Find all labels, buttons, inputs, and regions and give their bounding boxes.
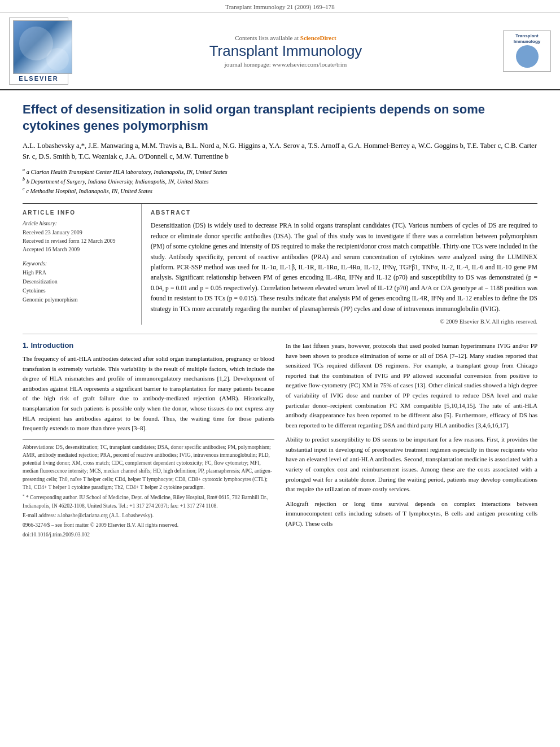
footnotes-section: Abbreviations: DS, desensitization; TC, …: [23, 439, 274, 539]
section1-right-para2: Ability to predict susceptibility to DS …: [286, 435, 537, 495]
revised-date: Received in revised form 12 March 2009: [23, 237, 130, 245]
contents-line: Contents lists available at ScienceDirec…: [71, 34, 500, 41]
affiliation-c: c c Methodist Hospital, Indianapolis, IN…: [23, 186, 537, 195]
history-label: Article history:: [23, 220, 130, 226]
elsevier-box: ELSEVIER: [9, 18, 68, 85]
footnote-3: E-mail address: a.lobashe@clariana.org (…: [23, 512, 274, 519]
keyword-2: Desensitization: [23, 277, 130, 286]
elsevier-logo-area: ELSEVIER: [9, 18, 71, 85]
ti-logo-box: Transplant Immunology: [503, 30, 551, 72]
footnote-4: 0966-3274/$ – see front matter © 2009 El…: [23, 521, 274, 529]
article-history: Article history: Received 23 January 200…: [23, 220, 130, 254]
elsevier-image: [13, 20, 72, 74]
journal-header: Transplant Immunology 21 (2009) 169–178: [0, 0, 560, 13]
body-section: 1. Introduction The frequency of anti-HL…: [23, 334, 537, 541]
journal-name: Transplant Immunology: [71, 42, 500, 60]
section1-right-para1: In the last fifteen years, however, prot…: [286, 341, 537, 430]
keywords-section: Keywords: High PRA Desensitization Cytok…: [23, 260, 130, 304]
affiliations: a a Clarion Health Transplant Center HLA…: [23, 167, 537, 196]
header-center: Contents lists available at ScienceDirec…: [71, 34, 500, 68]
keyword-1: High PRA: [23, 268, 130, 277]
body-right-col: In the last fifteen years, however, prot…: [286, 341, 537, 541]
section1-heading: 1. Introduction: [23, 341, 274, 350]
contents-label: Contents lists available at: [235, 34, 299, 41]
keyword-4: Genomic polymorphism: [23, 295, 130, 304]
journal-citation: Transplant Immunology 21 (2009) 169–178: [225, 3, 334, 10]
main-header: ELSEVIER Contents lists available at Sci…: [0, 13, 560, 90]
abstract-heading: ABSTRACT: [151, 209, 537, 216]
authors: A.L. Lobashevsky a,*, J.E. Manwaring a, …: [23, 141, 537, 162]
authors-text: A.L. Lobashevsky a,*, J.E. Manwaring a, …: [23, 142, 537, 160]
keyword-3: Cytokines: [23, 286, 130, 295]
keywords-label: Keywords:: [23, 260, 130, 267]
abstract-text: Desensitization (DS) is widely used to d…: [151, 220, 537, 314]
elsevier-text: ELSEVIER: [13, 75, 64, 82]
ti-logo-image: [516, 45, 539, 68]
abstract-col: ABSTRACT Desensitization (DS) is widely …: [141, 204, 537, 325]
accepted-date: Accepted 16 March 2009: [23, 245, 130, 254]
ti-logo-title: Transplant Immunology: [507, 33, 547, 44]
body-left-col: 1. Introduction The frequency of anti-HL…: [23, 341, 274, 541]
article-title: Effect of desensitization in solid organ…: [23, 102, 537, 134]
ti-logo-area: Transplant Immunology: [500, 30, 551, 72]
copyright-line: © 2009 Elsevier B.V. All rights reserved…: [151, 318, 537, 325]
footnote-5: doi:10.1016/j.trim.2009.03.002: [23, 531, 274, 539]
affiliation-a: a a Clarion Health Transplant Center HLA…: [23, 167, 537, 176]
footnote-2: * * Corresponding author. IU School of M…: [23, 493, 274, 510]
received-date: Received 23 January 2009: [23, 228, 130, 237]
footnote-1: Abbreviations: DS, desensitization; TC, …: [23, 443, 274, 492]
article-content: Effect of desensitization in solid organ…: [0, 90, 560, 552]
article-info-col: ARTICLE INFO Article history: Received 2…: [23, 204, 130, 325]
sciencedirect-link[interactable]: ScienceDirect: [300, 34, 336, 41]
section1-right-para3: Allograft rejection or long time surviva…: [286, 499, 537, 529]
info-abstract-section: ARTICLE INFO Article history: Received 2…: [23, 203, 537, 325]
journal-homepage: journal homepage: www.elsevier.com/locat…: [71, 61, 500, 68]
affiliation-b: b b Department of Surgery, Indiana Unive…: [23, 176, 537, 186]
article-info-heading: ARTICLE INFO: [23, 209, 130, 216]
section1-para1: The frequency of anti-HLA antibodies det…: [23, 354, 274, 434]
